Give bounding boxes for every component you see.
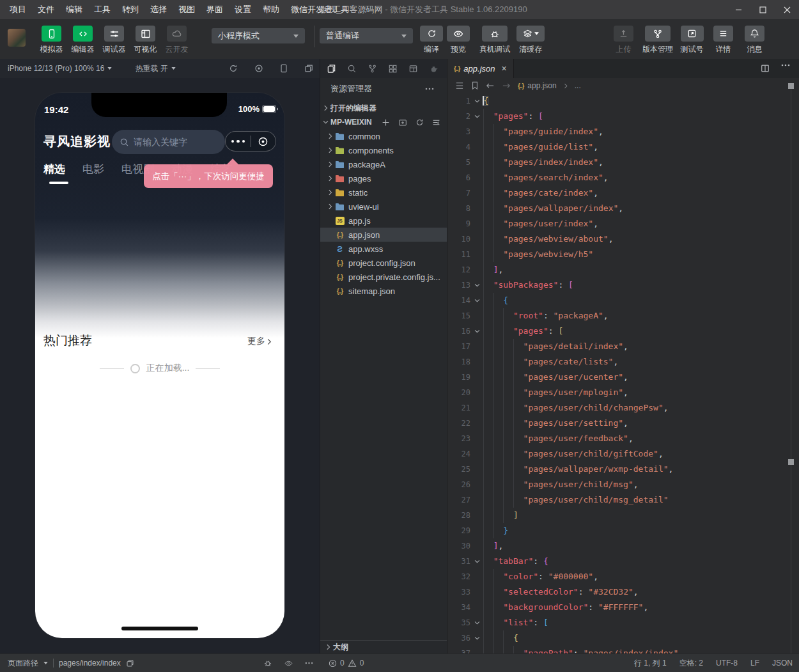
bookmark-icon[interactable] [471,81,479,90]
editor-scrollbar[interactable] [791,83,791,653]
code-line-23[interactable]: 23"pages/user/feedback", [447,431,799,446]
menu-item[interactable]: 设置 [229,0,257,19]
close-tab-icon[interactable]: × [502,63,507,74]
forward-arrow-icon[interactable] [502,82,511,90]
code-line-7[interactable]: 7"pages/cate/index", [447,185,799,201]
refresh-icon[interactable] [415,118,424,127]
details-button[interactable]: 详情 [708,26,739,55]
compile-mode-select[interactable]: 普通编译 [320,28,413,43]
code-line-15[interactable]: 15"root": "packageA", [447,308,799,324]
menu-item[interactable]: 选择 [144,0,173,19]
code-line-18[interactable]: 18"pages/cate/lists", [447,354,799,370]
more-actions-icon[interactable] [305,662,313,664]
device-select[interactable]: iPhone 12/13 (Pro) 100% 16 [8,64,112,73]
tree-item-uview-ui[interactable]: uview-ui [320,199,447,214]
code-line-28[interactable]: 28] [447,508,799,523]
code-line-6[interactable]: 6"pages/search/index", [447,170,799,185]
new-file-icon[interactable] [382,118,390,127]
version-control-button[interactable]: 版本管理 [639,26,676,55]
fold-chevron-icon[interactable] [470,636,483,640]
plugin-teapot-icon[interactable] [429,64,438,74]
code-line-14[interactable]: 14{ [447,293,799,308]
code-line-11[interactable]: 11"pages/webview/h5" [447,247,799,262]
hot-reload-toggle[interactable]: 热重载 开 [135,63,175,74]
code-line-10[interactable]: 10"pages/webview/about", [447,231,799,247]
open-editors-section[interactable]: 打开的编辑器 [320,101,447,115]
menu-item[interactable]: 项目 [4,0,32,19]
search-icon[interactable] [347,64,357,74]
indent-setting[interactable]: 空格: 2 [679,658,703,669]
compile-button[interactable]: 编译 [418,26,445,55]
tree-item-static[interactable]: static [320,185,447,199]
menu-item[interactable]: 视图 [173,0,201,19]
editor-button[interactable]: 编辑器 [67,26,98,55]
code-line-24[interactable]: 24"pages/user/child/giftCode", [447,446,799,462]
code-line-30[interactable]: 30], [447,538,799,554]
phone-tab[interactable]: 电影 [82,162,104,176]
fold-chevron-icon[interactable] [470,283,483,287]
code-line-29[interactable]: 29} [447,523,799,538]
upload-button[interactable]: 上传 [608,26,639,55]
code-line-13[interactable]: 13"subPackages": [ [447,277,799,293]
fold-chevron-icon[interactable] [470,559,483,563]
tree-item-project-private-config-js-[interactable]: {..}project.private.config.js... [320,270,447,284]
code-line-25[interactable]: 25"pages/wallpaper/wxmp-detail", [447,462,799,477]
device-frame-icon[interactable] [280,64,288,73]
close-capsule-button[interactable] [251,136,276,147]
menu-item[interactable]: 文件 [32,0,60,19]
fold-chevron-icon[interactable] [470,299,483,302]
eol-setting[interactable]: LF [750,659,759,668]
debugger-button[interactable]: 调试器 [98,26,130,55]
extensions-icon[interactable] [388,64,398,74]
code-line-31[interactable]: 31"tabBar": { [447,554,799,569]
close-button[interactable] [775,0,799,19]
code-line-19[interactable]: 19"pages/user/ucenter", [447,370,799,385]
new-folder-icon[interactable] [398,118,407,127]
tree-item-app-wxss[interactable]: Ƨapp.wxss [320,242,447,256]
collapse-all-icon[interactable] [432,118,440,127]
code-line-9[interactable]: 9"pages/user/index", [447,216,799,231]
code-line-1[interactable]: 1{ [447,93,799,109]
outline-section[interactable]: 大纲 [320,640,447,653]
mode-select[interactable]: 小程序模式 [212,28,305,43]
multi-window-icon[interactable] [304,64,313,73]
code-line-26[interactable]: 26"pages/user/child/msg", [447,477,799,492]
menu-item[interactable]: 帮助 [257,0,285,19]
cursor-position[interactable]: 行 1, 列 1 [634,658,667,669]
scrollbar-marker[interactable] [788,459,794,465]
tab-app-json[interactable]: {..} app.json × [447,59,514,78]
menu-item[interactable]: 界面 [201,0,229,19]
code-line-12[interactable]: 12], [447,262,799,277]
cloud-dev-button[interactable]: 云开发 [161,26,192,55]
tree-item-common[interactable]: common [320,129,447,143]
more-actions-icon[interactable] [425,88,434,90]
messages-button[interactable]: 消息 [739,26,770,55]
code-line-16[interactable]: 16"pages": [ [447,324,799,339]
code-line-8[interactable]: 8"pages/wallpaper/index", [447,201,799,216]
scrollbar-marker[interactable] [788,83,794,89]
fold-chevron-icon[interactable] [470,99,483,103]
code-line-32[interactable]: 32"color": "#000000", [447,569,799,584]
restart-icon[interactable] [229,64,238,73]
page-path-label[interactable]: 页面路径 [8,658,38,669]
menu-item[interactable]: 转到 [116,0,144,19]
language-mode[interactable]: JSON [772,659,793,668]
code-line-36[interactable]: 36{ [447,630,799,646]
clear-cache-button[interactable]: 清缓存 [514,26,547,55]
breadcrumb-rest[interactable]: ... [575,81,581,90]
copy-icon[interactable] [126,659,134,668]
split-editor-icon[interactable] [761,64,770,73]
tree-item-sitemap-json[interactable]: {..}sitemap.json [320,284,447,298]
tree-item-app-json[interactable]: {..}app.json [320,228,447,242]
debug-icon[interactable] [263,659,272,668]
code-line-17[interactable]: 17"pages/detail/index", [447,339,799,354]
back-arrow-icon[interactable] [486,82,495,90]
breadcrumb-file[interactable]: app.json [527,81,556,90]
avatar[interactable] [8,29,26,47]
preview-button[interactable]: 预览 [445,26,472,55]
window-layout-icon[interactable] [408,64,418,74]
record-icon[interactable] [254,64,263,73]
project-root[interactable]: MP-WEIXIN [320,115,447,129]
tree-item-packageA[interactable]: packageA [320,157,447,171]
maximize-button[interactable] [750,0,775,19]
